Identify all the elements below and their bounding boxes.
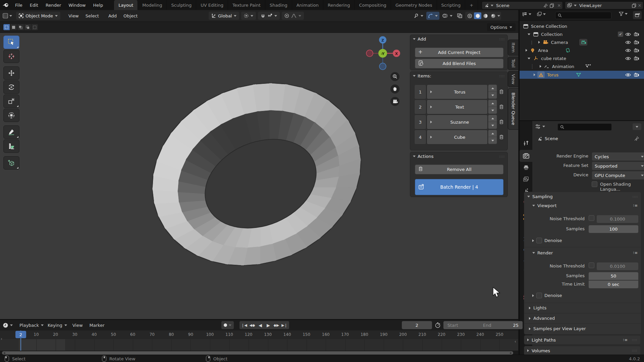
outliner-row-collection[interactable]: Collection ✓: [520, 30, 644, 38]
unlink-scene-icon[interactable]: ✕: [556, 3, 562, 8]
tab-output-icon[interactable]: [522, 164, 530, 171]
disable-render-camera-icon[interactable]: [634, 40, 639, 45]
navigation-gizmo-toggle[interactable]: [426, 12, 439, 20]
tab-view-layer-icon[interactable]: [522, 175, 530, 183]
current-frame-badge[interactable]: 2: [15, 331, 26, 338]
show-overlays-toggle[interactable]: [441, 12, 454, 20]
osl-checkbox[interactable]: [592, 181, 597, 187]
tool-cursor[interactable]: [3, 50, 19, 63]
workspace-tab-animation[interactable]: Animation: [292, 0, 323, 10]
outliner-row-cube-rotate[interactable]: cube rotate: [520, 54, 644, 62]
zoom-view-button[interactable]: [390, 72, 399, 81]
remove-viewlayer-icon[interactable]: ✕: [636, 3, 643, 8]
batch-render-button[interactable]: Batch Render | 4: [415, 179, 503, 195]
tool-add-cube[interactable]: [3, 156, 19, 170]
pan-view-button[interactable]: [390, 84, 399, 94]
pivot-point-dropdown[interactable]: [241, 12, 256, 20]
pin-icon[interactable]: [543, 3, 548, 8]
outliner-item-label[interactable]: Collection: [541, 32, 562, 37]
timeline-menu-keying[interactable]: Keying: [46, 323, 69, 328]
panel-grip-icon[interactable]: ::::: [633, 195, 638, 198]
gizmo-minus-x-axis[interactable]: [366, 50, 373, 57]
sampling-header[interactable]: Sampling ::::: [524, 192, 641, 201]
disclosure-collapsed-icon[interactable]: [534, 73, 535, 76]
rd-time-limit-value[interactable]: 0 sec: [589, 281, 638, 288]
outliner-item-label[interactable]: Camera: [551, 40, 568, 45]
render-engine-dropdown[interactable]: Cycles: [592, 152, 644, 161]
vp-samples-value[interactable]: 100: [589, 225, 638, 233]
timeline-editor-type-button[interactable]: [3, 322, 13, 328]
channel-expand-arrow[interactable]: ›: [1, 337, 2, 341]
item-delete-button[interactable]: [498, 88, 505, 95]
options-button[interactable]: Options: [487, 23, 516, 31]
outliner-item-label[interactable]: Animation: [552, 64, 574, 69]
scrollbar-handle-left[interactable]: [4, 352, 5, 354]
disable-render-camera-icon[interactable]: [634, 56, 639, 61]
outliner-row-scene-collection[interactable]: Scene Collection: [520, 22, 644, 30]
rd-denoise-checkbox[interactable]: [536, 293, 542, 298]
outliner-item-label[interactable]: Area: [538, 48, 548, 53]
play-reverse-button[interactable]: ◀: [256, 321, 264, 329]
remove-all-button[interactable]: Remove All: [415, 165, 503, 174]
tab-tool-icon[interactable]: [522, 139, 530, 147]
feature-set-dropdown[interactable]: Supported: [592, 162, 644, 170]
timeline-tracks[interactable]: [0, 339, 518, 351]
pin-id-icon[interactable]: [634, 136, 639, 141]
panel-grip-icon[interactable]: ::::: [499, 74, 505, 78]
workspace-tab-modeling[interactable]: Modeling: [138, 0, 167, 10]
scene-selector[interactable]: Scene ✕: [482, 1, 563, 9]
rd-denoise-row[interactable]: Denoise: [532, 293, 562, 298]
workspace-tab-geometry-nodes[interactable]: Geometry Nodes: [391, 0, 437, 10]
npanel-items-header[interactable]: Items: ::::: [410, 72, 507, 80]
tool-select-box[interactable]: [3, 36, 19, 49]
next-keyframe-button[interactable]: ◆▶: [272, 321, 280, 329]
collection-checkbox[interactable]: ✓: [618, 32, 623, 37]
sidebar-tab-blender-queue[interactable]: Blender Queue: [508, 88, 518, 130]
item-expand-button[interactable]: Cube: [427, 130, 488, 144]
item-name[interactable]: Cube: [432, 135, 487, 140]
item-delete-button[interactable]: [498, 103, 505, 110]
item-delete-button[interactable]: [498, 133, 505, 140]
viewport-menu-add[interactable]: Add: [105, 10, 120, 21]
select-mode-set-button[interactable]: [3, 24, 10, 30]
tool-scale[interactable]: [3, 95, 19, 108]
menu-render[interactable]: Render: [42, 0, 65, 10]
new-collection-button[interactable]: [633, 11, 642, 19]
outliner-row-camera[interactable]: | Camera: [520, 38, 644, 46]
disclosure-collapsed-icon[interactable]: [526, 49, 527, 52]
timeline-menu-playback[interactable]: Playback: [17, 323, 46, 328]
jump-to-start-button[interactable]: ❘◀: [240, 321, 248, 329]
play-button[interactable]: ▶: [264, 321, 272, 329]
editor-type-button[interactable]: [0, 13, 15, 18]
item-move-down-button[interactable]: [488, 137, 497, 144]
vp-noise-threshold-value[interactable]: 0.1000: [597, 215, 638, 223]
workspace-tab-sculpting[interactable]: Sculpting: [167, 0, 196, 10]
npanel-add-header[interactable]: Add ::::: [410, 35, 507, 43]
volumes-panel[interactable]: Volumes ::::: [524, 346, 641, 355]
item-expand-button[interactable]: Text: [427, 100, 488, 114]
item-name[interactable]: Suzanne: [432, 120, 487, 125]
shading-solid-button[interactable]: [474, 12, 481, 19]
item-move-down-button[interactable]: [488, 107, 497, 114]
hide-eye-icon[interactable]: [625, 32, 631, 37]
blender-logo-icon[interactable]: [0, 3, 11, 7]
hide-eye-icon[interactable]: [625, 40, 631, 45]
menu-window[interactable]: Window: [65, 0, 89, 10]
item-delete-button[interactable]: [498, 118, 505, 125]
outliner-search-input[interactable]: [555, 12, 611, 19]
viewport-menu-select[interactable]: Select: [82, 10, 102, 21]
viewport-menu-view[interactable]: View: [65, 10, 82, 21]
camera-view-button[interactable]: [390, 97, 399, 106]
disclosure-expanded-icon[interactable]: [528, 34, 530, 35]
new-viewlayer-icon[interactable]: [632, 3, 636, 8]
tool-measure[interactable]: [3, 139, 19, 153]
properties-options-button[interactable]: [633, 123, 641, 130]
item-expand-button[interactable]: Suzanne: [427, 115, 488, 129]
item-move-up-button[interactable]: [488, 115, 497, 122]
disclosure-expanded-icon[interactable]: [528, 58, 530, 59]
hide-eye-icon[interactable]: [625, 48, 631, 53]
jump-to-end-button[interactable]: ▶❘: [280, 321, 288, 329]
menu-file[interactable]: File: [11, 0, 26, 10]
hide-eye-icon[interactable]: [625, 73, 631, 77]
timeline-menu-marker[interactable]: Marker: [86, 323, 108, 328]
